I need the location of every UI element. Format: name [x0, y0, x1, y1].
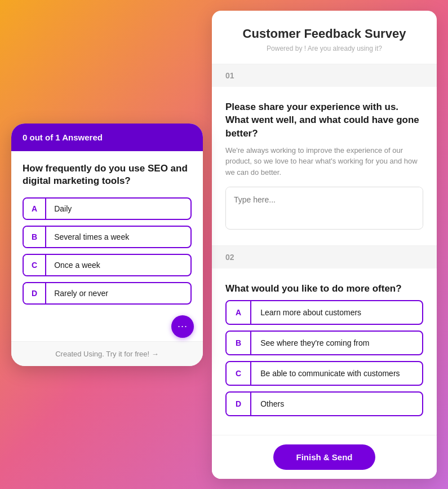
- option-text: Rarely or never: [46, 283, 116, 303]
- question-section-2: 02What would you like to do more often? …: [212, 246, 437, 434]
- phone-card: 0 out of 1 Answered How frequently do yo…: [11, 124, 203, 366]
- mcq-text: Be able to communicate with customers: [251, 362, 409, 385]
- question-body-2: What would you like to do more often? A …: [212, 268, 437, 434]
- main-container: 0 out of 1 Answered How frequently do yo…: [0, 0, 448, 489]
- mcq-text: Others: [251, 393, 293, 415]
- mcq-letter: B: [227, 332, 251, 354]
- mcq-option[interactable]: B See where they're coming from: [225, 331, 423, 355]
- feedback-textarea[interactable]: [226, 187, 423, 227]
- textarea-wrapper: [225, 187, 423, 230]
- question-number-2: 02: [212, 246, 437, 268]
- phone-question: How frequently do you use SEO and digita…: [23, 162, 192, 187]
- option-letter: B: [24, 227, 46, 247]
- phone-fab-button[interactable]: ···: [171, 315, 194, 338]
- mcq-option[interactable]: C Be able to communicate with customers: [225, 361, 423, 386]
- survey-footer: Finish & Send: [212, 435, 437, 479]
- option-text: Several times a week: [46, 227, 137, 247]
- survey-panel: Customer Feedback Survey Powered by ! Ar…: [212, 11, 437, 479]
- finish-send-button[interactable]: Finish & Send: [273, 444, 375, 470]
- survey-content: 01Please share your experience with us. …: [212, 64, 437, 435]
- option-letter: A: [24, 199, 46, 219]
- survey-header: Customer Feedback Survey Powered by ! Ar…: [212, 11, 437, 64]
- footer-suffix: . Try it for free! →: [102, 350, 158, 358]
- question-text-2: What would you like to do more often?: [225, 282, 423, 296]
- option-text: Daily: [46, 199, 79, 219]
- fab-dots: ···: [178, 320, 188, 332]
- option-letter: D: [24, 283, 46, 303]
- phone-option[interactable]: D Rarely or never: [23, 282, 192, 305]
- mcq-option[interactable]: D Others: [225, 391, 423, 416]
- phone-option[interactable]: C Once a week: [23, 254, 192, 276]
- phone-footer: Created Using . Try it for free! →: [11, 341, 203, 366]
- footer-created: Created Using: [55, 350, 102, 358]
- survey-subtitle: Powered by ! Are you already using it?: [225, 45, 423, 52]
- phone-body: How frequently do you use SEO and digita…: [11, 151, 203, 341]
- mcq-option[interactable]: A Learn more about customers: [225, 300, 423, 325]
- survey-title: Customer Feedback Survey: [225, 27, 423, 41]
- question-desc-1: We're always working to improve the expe…: [225, 145, 423, 178]
- mcq-text: See where they're coming from: [251, 332, 378, 354]
- mcq-letter: C: [227, 362, 251, 385]
- question-section-1: 01Please share your experience with us. …: [212, 64, 437, 246]
- mcq-letter: D: [227, 393, 251, 415]
- question-text-1: Please share your experience with us. Wh…: [225, 100, 423, 140]
- question-body-1: Please share your experience with us. Wh…: [212, 87, 437, 246]
- phone-option[interactable]: A Daily: [23, 197, 192, 220]
- mcq-letter: A: [227, 301, 251, 324]
- phone-options-list: A Daily B Several times a week C Once a …: [23, 197, 192, 305]
- progress-text: 0 out of 1 Answered: [23, 133, 103, 142]
- option-text: Once a week: [46, 255, 108, 275]
- subtitle-suffix: ! Are you already using it?: [304, 45, 382, 52]
- phone-header: 0 out of 1 Answered: [11, 124, 203, 151]
- option-letter: C: [24, 255, 46, 275]
- subtitle-prefix: Powered by: [267, 45, 302, 52]
- question-number-1: 01: [212, 64, 437, 87]
- mcq-text: Learn more about customers: [251, 301, 370, 324]
- phone-option[interactable]: B Several times a week: [23, 226, 192, 248]
